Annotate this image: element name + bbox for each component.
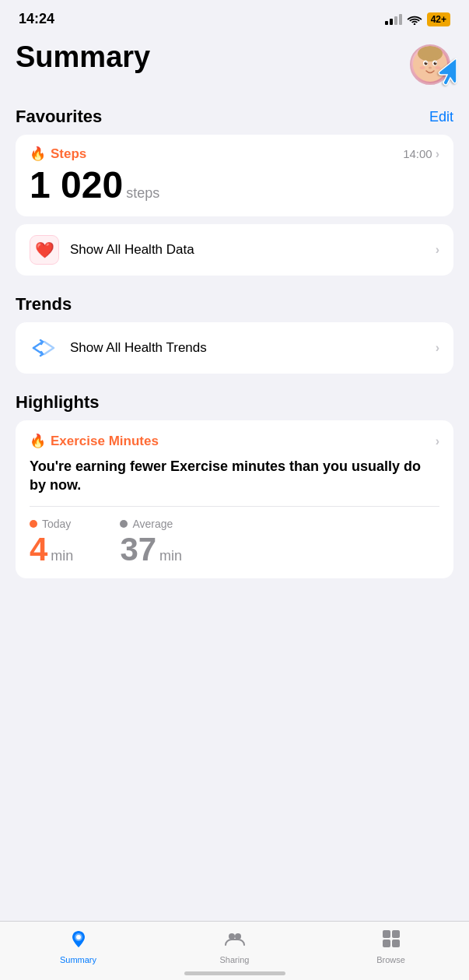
- tab-summary[interactable]: Summary: [0, 928, 156, 964]
- average-unit: min: [159, 548, 182, 564]
- trends-section: Trends Show All Health: [16, 294, 453, 374]
- highlights-section: Highlights 🔥 Exercise Minutes › You're e…: [16, 392, 453, 578]
- steps-count: 1 020: [30, 164, 123, 205]
- status-time: 14:24: [19, 11, 54, 27]
- edit-button[interactable]: Edit: [429, 109, 453, 125]
- exercise-label-text: Exercise Minutes: [51, 434, 159, 449]
- svg-point-7: [425, 62, 426, 63]
- svg-rect-16: [392, 930, 400, 938]
- today-label: Today: [30, 518, 73, 530]
- steps-unit: steps: [126, 185, 159, 201]
- svg-point-10: [420, 66, 425, 69]
- home-indicator: [184, 971, 285, 975]
- status-icons: 42+: [385, 12, 450, 26]
- today-dot: [30, 520, 37, 528]
- today-unit: min: [51, 548, 73, 564]
- trends-left: Show All Health Trends: [30, 333, 207, 363]
- exercise-label: 🔥 Exercise Minutes: [30, 433, 159, 449]
- steps-chevron: ›: [436, 147, 439, 161]
- today-value: 4: [30, 533, 47, 566]
- exercise-body-text: You're earning fewer Exercise minutes th…: [30, 457, 439, 495]
- svg-rect-18: [392, 940, 400, 947]
- health-data-label: Show All Health Data: [70, 242, 194, 258]
- header-row: Summary: [16, 41, 453, 88]
- steps-label: 🔥 Steps: [30, 146, 86, 162]
- steps-time: 14:00 ›: [403, 147, 439, 161]
- average-value: 37: [120, 533, 156, 566]
- main-content: Summary: [0, 32, 469, 578]
- favourites-section: Favourites Edit 🔥 Steps 14:00 › 1 020ste…: [16, 107, 453, 276]
- svg-point-9: [429, 67, 432, 69]
- summary-tab-label: Summary: [60, 955, 96, 964]
- steps-header: 🔥 Steps 14:00 ›: [30, 146, 439, 162]
- steps-time-value: 14:00: [403, 147, 432, 160]
- svg-point-14: [235, 933, 241, 940]
- exercise-chevron: ›: [436, 434, 439, 448]
- wifi-icon: [407, 14, 422, 25]
- battery-icon: 42+: [427, 12, 450, 26]
- svg-point-12: [76, 935, 81, 940]
- heart-icon: ❤️: [35, 241, 54, 259]
- sharing-tab-label: Sharing: [220, 955, 250, 964]
- trends-arrows-icon: [30, 337, 58, 359]
- trends-chevron: ›: [436, 341, 439, 355]
- today-label-text: Today: [42, 518, 71, 530]
- highlights-header: Highlights: [16, 392, 453, 413]
- battery-level: 42+: [431, 14, 446, 25]
- flame-icon: 🔥: [30, 146, 46, 162]
- average-stat: Average 37 min: [120, 518, 182, 566]
- trends-header: Trends: [16, 294, 453, 314]
- today-stat: Today 4 min: [30, 518, 73, 566]
- steps-count-row: 1 020steps: [30, 167, 439, 204]
- trends-icon: [30, 333, 59, 363]
- health-data-card[interactable]: ❤️ Show All Health Data ›: [16, 224, 453, 276]
- svg-rect-15: [383, 930, 390, 938]
- browse-tab-label: Browse: [376, 955, 405, 964]
- average-label: Average: [120, 518, 182, 530]
- average-label-text: Average: [132, 518, 173, 530]
- page-title: Summary: [16, 41, 150, 74]
- status-bar: 14:24 42+: [0, 0, 469, 32]
- highlights-title: Highlights: [16, 392, 100, 413]
- trends-label: Show All Health Trends: [70, 340, 207, 356]
- browse-tab-icon: [380, 928, 402, 953]
- today-value-row: 4 min: [30, 533, 73, 566]
- favourites-title: Favourites: [16, 107, 102, 127]
- highlight-stats: Today 4 min Average 37: [30, 518, 439, 566]
- steps-card[interactable]: 🔥 Steps 14:00 › 1 020steps: [16, 135, 453, 216]
- avatar-container[interactable]: [410, 44, 453, 88]
- average-dot: [120, 520, 128, 528]
- steps-text: Steps: [51, 146, 86, 162]
- exercise-card[interactable]: 🔥 Exercise Minutes › You're earning fewe…: [16, 420, 453, 578]
- signal-icon: [385, 14, 402, 25]
- trends-title: Trends: [16, 294, 72, 314]
- highlight-divider: [30, 506, 439, 507]
- exercise-header: 🔥 Exercise Minutes ›: [30, 433, 439, 449]
- cursor-icon: [435, 58, 461, 93]
- svg-point-2: [420, 47, 440, 58]
- svg-point-13: [229, 933, 235, 940]
- trends-card[interactable]: Show All Health Trends ›: [16, 322, 453, 374]
- health-data-left: ❤️ Show All Health Data: [30, 235, 194, 265]
- sharing-tab-icon: [224, 928, 246, 953]
- average-value-row: 37 min: [120, 533, 182, 566]
- summary-tab-icon: [68, 928, 89, 953]
- health-data-chevron: ›: [436, 243, 439, 257]
- exercise-flame-icon: 🔥: [30, 433, 46, 449]
- favourites-header: Favourites Edit: [16, 107, 453, 127]
- tab-browse[interactable]: Browse: [313, 928, 469, 964]
- svg-rect-17: [383, 940, 390, 947]
- tab-sharing[interactable]: Sharing: [156, 928, 313, 964]
- heart-icon-box: ❤️: [30, 235, 59, 265]
